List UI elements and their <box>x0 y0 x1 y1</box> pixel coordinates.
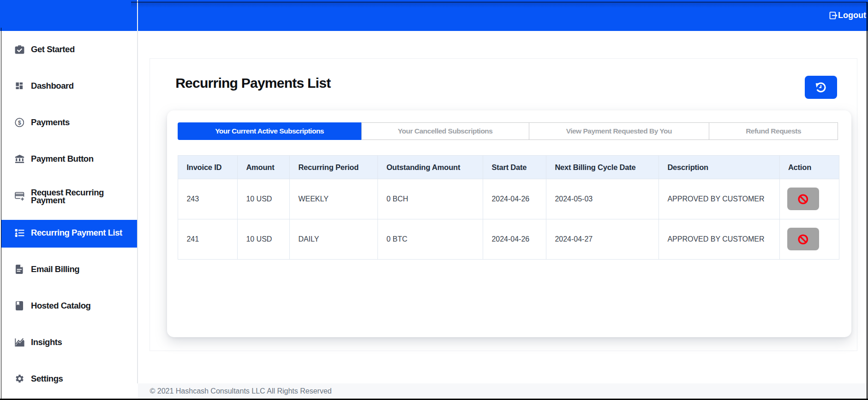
svg-text:$: $ <box>18 119 21 126</box>
